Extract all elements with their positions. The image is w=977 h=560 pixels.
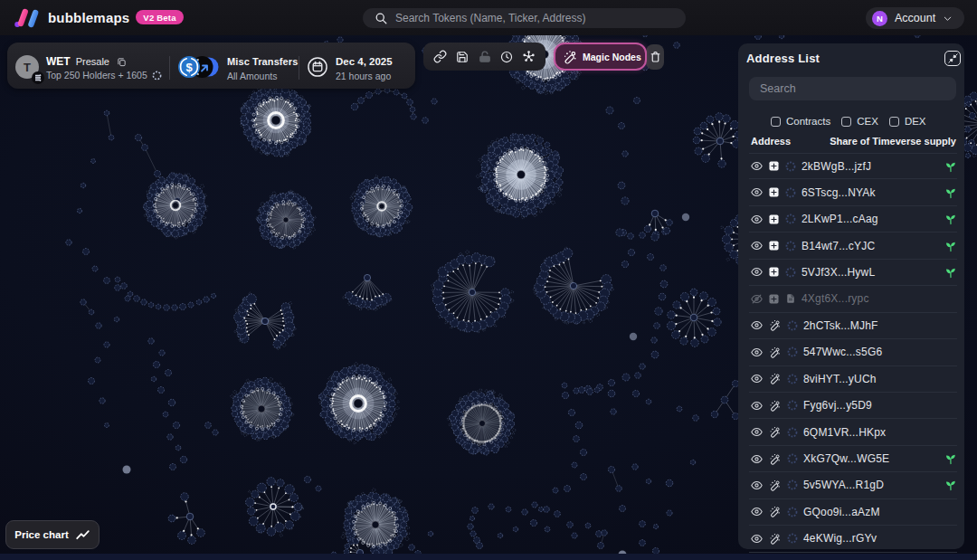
- svg-text:$: $: [185, 61, 193, 74]
